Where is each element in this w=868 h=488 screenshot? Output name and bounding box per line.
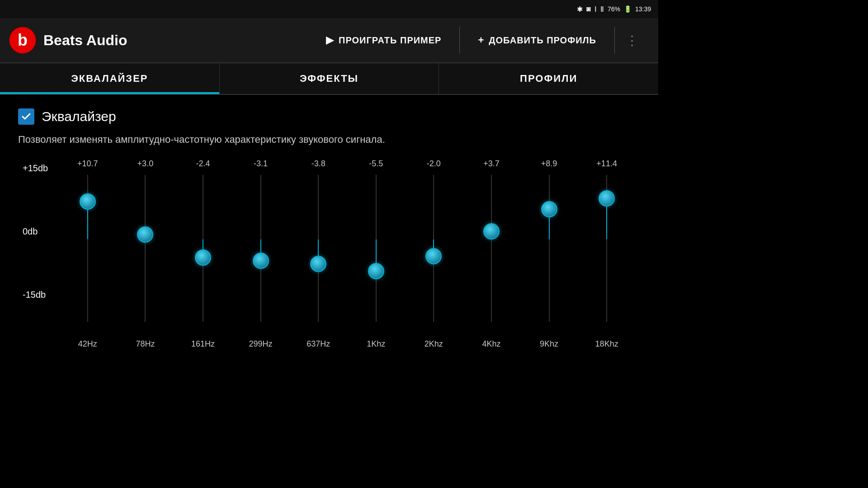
eq-section-header: Эквалайзер — [18, 108, 640, 125]
signal-icon-1: Ⅰ — [594, 5, 597, 14]
bluetooth-icon: ✱ — [577, 5, 583, 14]
slider-track-1khz[interactable] — [375, 175, 377, 322]
slider-thumb-299hz[interactable] — [253, 253, 269, 269]
eq-visualizer: +15db 0db -15db +10.742Hz+3.078Hz-2.4161… — [23, 159, 636, 349]
db-label-minus15: -15db — [23, 290, 48, 299]
slider-freq-18khz: 18Khz — [595, 339, 618, 349]
slider-fill-161hz — [203, 239, 203, 250]
beats-logo-icon: b — [9, 27, 36, 54]
add-label: ДОБАВИТЬ ПРОФИЛЬ — [489, 35, 596, 46]
slider-thumb-9khz[interactable] — [541, 201, 557, 217]
slider-track-78hz[interactable] — [144, 175, 146, 322]
slider-freq-161hz: 161Hz — [191, 339, 215, 349]
slider-col-2khz: -2.02Khz — [405, 159, 463, 349]
db-label-zero: 0db — [23, 227, 48, 236]
clock: 13:39 — [635, 5, 651, 13]
slider-thumb-2khz[interactable] — [425, 248, 442, 264]
tab-bar: ЭКВАЛАЙЗЕР ЭФФЕКТЫ ПРОФИЛИ — [0, 63, 658, 95]
slider-col-161hz: -2.4161Hz — [174, 159, 232, 349]
battery-level: 76% — [608, 5, 620, 13]
slider-thumb-78hz[interactable] — [137, 226, 153, 243]
slider-track-9khz[interactable] — [548, 175, 550, 322]
tab-profiles[interactable]: ПРОФИЛИ — [439, 63, 658, 94]
slider-track-2khz[interactable] — [433, 175, 434, 322]
slider-col-9khz: +8.99Khz — [520, 159, 578, 349]
tab-effects[interactable]: ЭФФЕКТЫ — [220, 63, 439, 94]
slider-freq-637hz: 637Hz — [307, 339, 330, 349]
slider-thumb-637hz[interactable] — [310, 256, 326, 272]
slider-value-637hz: -3.8 — [311, 159, 326, 169]
slider-value-2khz: -2.0 — [427, 159, 441, 169]
eq-checkbox[interactable] — [18, 108, 34, 125]
add-profile-button[interactable]: + ДОБАВИТЬ ПРОФИЛЬ — [460, 18, 614, 63]
slider-value-9khz: +8.9 — [541, 159, 557, 169]
svg-text:b: b — [18, 31, 28, 49]
status-bar: ✱ ◙ Ⅰ Ⅱ 76% 🔋 13:39 — [0, 0, 658, 18]
slider-value-4khz: +3.7 — [483, 159, 500, 169]
play-label: ПРОИГРАТЬ ПРИМЕР — [339, 35, 441, 46]
slider-fill-2khz — [433, 239, 434, 248]
app-title: Beats Audio — [43, 32, 127, 49]
slider-freq-9khz: 9Khz — [540, 339, 558, 349]
eq-title: Эквалайзер — [42, 109, 116, 124]
slider-value-299hz: -3.1 — [254, 159, 268, 169]
slider-track-18khz[interactable] — [606, 175, 608, 322]
slider-col-18khz: +11.418Khz — [578, 159, 636, 349]
slider-track-299hz[interactable] — [260, 175, 262, 322]
slider-value-1khz: -5.5 — [369, 159, 383, 169]
slider-value-42hz: +10.7 — [77, 159, 98, 169]
slider-col-78hz: +3.078Hz — [117, 159, 175, 349]
slider-value-18khz: +11.4 — [596, 159, 617, 169]
add-icon: + — [478, 34, 484, 46]
slider-freq-2khz: 2Khz — [425, 339, 443, 349]
slider-freq-42hz: 42Hz — [78, 339, 97, 349]
slider-thumb-161hz[interactable] — [195, 249, 211, 266]
slider-col-637hz: -3.8637Hz — [289, 159, 347, 349]
main-content: Эквалайзер Позволяет изменять амплитудно… — [0, 95, 658, 362]
slider-value-161hz: -2.4 — [196, 159, 210, 169]
slider-track-42hz[interactable] — [87, 175, 89, 322]
slider-col-1khz: -5.51Khz — [347, 159, 405, 349]
slider-freq-299hz: 299Hz — [249, 339, 273, 349]
app-header: b Beats Audio ▶ ПРОИГРАТЬ ПРИМЕР + ДОБАВ… — [0, 18, 658, 63]
slider-value-78hz: +3.0 — [137, 159, 154, 169]
header-actions: ▶ ПРОИГРАТЬ ПРИМЕР + ДОБАВИТЬ ПРОФИЛЬ ⋮ — [308, 18, 649, 63]
sliders-area: +10.742Hz+3.078Hz-2.4161Hz-3.1299Hz-3.86… — [59, 159, 636, 349]
signal-icon-2: Ⅱ — [600, 5, 604, 14]
slider-col-42hz: +10.742Hz — [59, 159, 117, 349]
slider-thumb-4khz[interactable] — [483, 223, 500, 239]
logo-area: b Beats Audio — [9, 27, 127, 54]
slider-fill-1khz — [376, 239, 377, 263]
slider-col-4khz: +3.74Khz — [462, 159, 520, 349]
slider-thumb-1khz[interactable] — [368, 263, 384, 279]
slider-track-161hz[interactable] — [202, 175, 204, 322]
battery-icon: 🔋 — [624, 5, 632, 13]
slider-thumb-18khz[interactable] — [599, 190, 615, 206]
slider-fill-299hz — [260, 239, 261, 253]
slider-freq-4khz: 4Khz — [482, 339, 500, 349]
play-icon: ▶ — [326, 34, 334, 46]
overflow-menu-button[interactable]: ⋮ — [615, 18, 649, 63]
slider-track-637hz[interactable] — [317, 175, 319, 322]
slider-col-299hz: -3.1299Hz — [232, 159, 290, 349]
wifi-icon: ◙ — [586, 5, 591, 13]
slider-track-4khz[interactable] — [491, 175, 492, 322]
db-label-plus15: +15db — [23, 164, 48, 173]
slider-freq-78hz: 78Hz — [136, 339, 155, 349]
eq-description: Позволяет изменять амплитудно-частотную … — [18, 134, 640, 145]
db-labels: +15db 0db -15db — [23, 159, 48, 304]
slider-fill-637hz — [318, 239, 319, 256]
slider-freq-1khz: 1Khz — [367, 339, 385, 349]
slider-thumb-42hz[interactable] — [80, 193, 96, 210]
play-sample-button[interactable]: ▶ ПРОИГРАТЬ ПРИМЕР — [308, 18, 459, 63]
tab-equalizer[interactable]: ЭКВАЛАЙЗЕР — [0, 63, 220, 94]
